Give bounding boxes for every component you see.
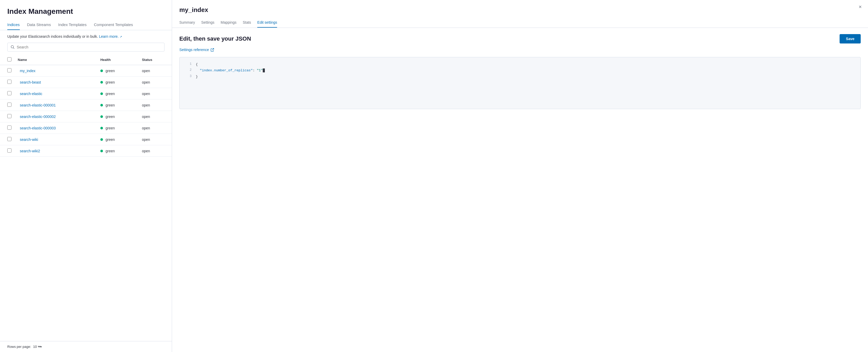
index-link-7[interactable]: search-wiki2 — [20, 149, 40, 153]
row-checkbox-5[interactable] — [7, 126, 11, 130]
row-status-0: open — [137, 65, 172, 76]
row-checkbox-cell — [0, 111, 16, 122]
row-checkbox-3[interactable] — [7, 103, 11, 107]
external-link-icon: ↗ — [120, 35, 122, 38]
flyout-tab-mappings[interactable]: Mappings — [221, 18, 237, 28]
svg-line-1 — [13, 48, 14, 48]
rows-per-page-label: Rows per page: — [7, 345, 31, 349]
index-link-1[interactable]: search-beast — [20, 80, 41, 84]
line-num-2: 2 — [184, 67, 192, 73]
flyout-body: Edit, then save your JSON Save Settings … — [172, 28, 868, 352]
index-link-2[interactable]: search-elastic — [20, 92, 42, 96]
row-name-1: search-beast — [16, 76, 96, 88]
row-name-6: search-wiki — [16, 134, 96, 145]
settings-reference-link[interactable]: Settings reference — [179, 48, 209, 52]
row-health-0: green — [96, 65, 138, 76]
search-input[interactable] — [17, 45, 161, 49]
row-checkbox-2[interactable] — [7, 91, 11, 95]
col-name: Name — [16, 55, 96, 65]
flyout-title: my_index — [179, 6, 861, 13]
svg-line-2 — [212, 48, 214, 50]
row-health-6: green — [96, 134, 138, 145]
table-row: search-elastic-000001 green open — [0, 100, 172, 111]
row-name-2: search-elastic — [16, 88, 96, 100]
index-link-6[interactable]: search-wiki — [20, 137, 38, 142]
health-dot-2 — [100, 93, 103, 95]
row-name-4: search-elastic-000002 — [16, 111, 96, 122]
health-label-2: green — [105, 92, 115, 96]
code-editor[interactable]: 1 { 2 "index.number_of_replicas": "1" 3 … — [179, 57, 861, 109]
row-status-6: open — [137, 134, 172, 145]
table-row: search-wiki green open — [0, 134, 172, 145]
index-link-3[interactable]: search-elastic-000001 — [20, 103, 56, 107]
health-dot-7 — [100, 150, 103, 152]
row-name-3: search-elastic-000001 — [16, 100, 96, 111]
health-label-7: green — [105, 149, 115, 153]
tab-index-templates[interactable]: Index Templates — [58, 20, 87, 30]
table-row: search-elastic green open — [0, 88, 172, 100]
table-row: my_index green open — [0, 65, 172, 76]
tab-data-streams[interactable]: Data Streams — [27, 20, 51, 30]
cursor — [263, 68, 265, 72]
col-status: Status — [137, 55, 172, 65]
code-line-2: 2 "index.number_of_replicas": "1" — [184, 67, 856, 73]
row-status-3: open — [137, 100, 172, 111]
rows-per-page-select[interactable]: 10 25 50 — [32, 345, 41, 349]
index-link-4[interactable]: search-elastic-000002 — [20, 114, 56, 119]
save-button[interactable]: Save — [840, 34, 861, 43]
health-label-1: green — [105, 80, 115, 84]
row-checkbox-4[interactable] — [7, 114, 11, 118]
row-checkbox-cell — [0, 65, 16, 76]
chevron-down-icon: ▾ — [40, 345, 42, 349]
settings-reference: Settings reference — [179, 48, 861, 52]
row-health-2: green — [96, 88, 138, 100]
code-line-1: 1 { — [184, 62, 856, 67]
health-dot-1 — [100, 81, 103, 83]
row-checkbox-6[interactable] — [7, 137, 11, 141]
row-status-1: open — [137, 76, 172, 88]
row-checkbox-cell — [0, 76, 16, 88]
index-link-0[interactable]: my_index — [20, 69, 35, 73]
health-label-6: green — [105, 137, 115, 142]
health-label-4: green — [105, 114, 115, 119]
row-health-1: green — [96, 76, 138, 88]
row-checkbox-0[interactable] — [7, 68, 11, 72]
row-health-7: green — [96, 145, 138, 157]
code-line-3: 3 } — [184, 74, 856, 80]
row-checkbox-7[interactable] — [7, 148, 11, 152]
search-icon — [11, 45, 14, 49]
json-key: "index.number_of_replicas" — [200, 68, 253, 72]
select-all-checkbox[interactable] — [7, 57, 11, 62]
indices-table-container: Name Health Status my_index green open — [0, 55, 172, 341]
table-row: search-wiki2 green open — [0, 145, 172, 157]
table-footer: Rows per page: 10 25 50 ▾ — [0, 341, 172, 352]
index-link-5[interactable]: search-elastic-000003 — [20, 126, 56, 130]
table-row: search-elastic-000003 green open — [0, 122, 172, 134]
health-dot-3 — [100, 104, 103, 106]
left-panel: Index Management Indices Data Streams In… — [0, 0, 172, 352]
health-dot-4 — [100, 115, 103, 118]
learn-more-link[interactable]: Learn more. — [99, 34, 119, 39]
external-link-icon — [211, 48, 214, 51]
flyout-tab-edit-settings[interactable]: Edit settings — [257, 18, 277, 28]
row-health-4: green — [96, 111, 138, 122]
tab-component-templates[interactable]: Component Templates — [94, 20, 133, 30]
flyout-header: my_index Summary Settings Mappings Stats… — [172, 0, 868, 28]
row-checkbox-cell — [0, 122, 16, 134]
flyout-panel: × my_index Summary Settings Mappings Sta… — [172, 0, 868, 352]
row-status-2: open — [137, 88, 172, 100]
page-title: Index Management — [0, 0, 172, 15]
row-status-4: open — [137, 111, 172, 122]
row-checkbox-cell — [0, 145, 16, 157]
line-num-1: 1 — [184, 62, 192, 67]
row-checkbox-1[interactable] — [7, 80, 11, 84]
flyout-tab-settings[interactable]: Settings — [201, 18, 215, 28]
close-button[interactable]: × — [859, 4, 862, 9]
line-content-3: } — [196, 74, 198, 80]
tab-indices[interactable]: Indices — [7, 20, 20, 30]
flyout-tab-stats[interactable]: Stats — [243, 18, 251, 28]
flyout-tab-summary[interactable]: Summary — [179, 18, 195, 28]
health-dot-6 — [100, 138, 103, 141]
health-label-0: green — [105, 69, 115, 73]
line-num-3: 3 — [184, 74, 192, 80]
